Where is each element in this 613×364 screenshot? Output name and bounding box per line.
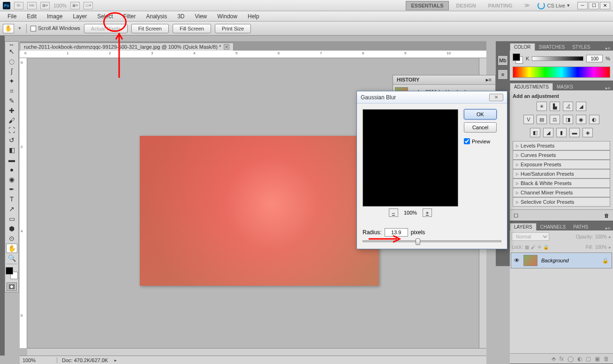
- minibridge-panel-icon[interactable]: Mb: [498, 55, 508, 66]
- menu-file[interactable]: File: [3, 12, 21, 21]
- document-tab[interactable]: ruche-2011-lookbook-rdsmmzqqc-99129-500-…: [20, 43, 234, 51]
- minibridge-button[interactable]: Mb: [27, 2, 37, 9]
- threshold-icon[interactable]: ▮: [556, 128, 567, 137]
- menu-analysis[interactable]: Analysis: [141, 12, 172, 21]
- link-icon[interactable]: ⬘: [552, 356, 556, 362]
- bridge-button[interactable]: Br: [14, 2, 23, 9]
- document-close-icon[interactable]: ×: [224, 44, 229, 50]
- healing-tool[interactable]: ✚: [6, 106, 17, 115]
- blend-mode-select[interactable]: Normal: [512, 232, 549, 241]
- fx-icon[interactable]: fx: [560, 356, 564, 362]
- eyedropper-tool[interactable]: ✎: [6, 96, 17, 105]
- lock-all-icon[interactable]: 🔒: [543, 245, 549, 250]
- menu-layer[interactable]: Layer: [68, 12, 91, 21]
- lasso-tool[interactable]: ʃ: [6, 67, 17, 76]
- scrollbar-horizontal[interactable]: [27, 348, 486, 356]
- panel-menu-icon[interactable]: ▸≡: [603, 46, 613, 51]
- workspace-design[interactable]: DESIGN: [452, 1, 481, 10]
- move-tool[interactable]: ↖: [6, 47, 17, 56]
- path-tool[interactable]: ↗: [6, 204, 17, 214]
- preview-checkbox[interactable]: Preview: [464, 138, 497, 144]
- menu-edit[interactable]: Edit: [22, 12, 41, 21]
- layer-name[interactable]: Background: [541, 258, 598, 263]
- preset-levels[interactable]: Levels Presets: [513, 141, 610, 150]
- exposure-icon[interactable]: ◢: [576, 102, 586, 111]
- hand-tool[interactable]: ✋: [6, 244, 17, 253]
- tab-adjustments[interactable]: ADJUSTMENTS: [510, 83, 553, 90]
- brush-tool[interactable]: 🖌: [6, 116, 17, 125]
- status-zoom[interactable]: 100%: [20, 357, 57, 363]
- menu-window[interactable]: Window: [212, 12, 242, 21]
- dialog-close-button[interactable]: ✕: [489, 94, 503, 101]
- close-button[interactable]: ✕: [600, 2, 610, 9]
- layer-thumbnail[interactable]: [523, 255, 537, 266]
- eraser-tool[interactable]: ◧: [6, 145, 17, 155]
- preset-bw[interactable]: Black & White Presets: [513, 178, 610, 188]
- ruler-vertical[interactable]: 0246: [20, 58, 27, 348]
- workspace-painting[interactable]: PAINTING: [484, 1, 517, 10]
- scroll-all-checkbox[interactable]: Scroll All Windows: [30, 25, 80, 31]
- maximize-button[interactable]: ☐: [589, 2, 599, 9]
- fill-value[interactable]: 100%: [595, 245, 607, 250]
- new-layer-icon[interactable]: ▣: [595, 356, 600, 362]
- stamp-tool[interactable]: ⛶: [6, 126, 17, 135]
- actual-pixels-button[interactable]: Actual Pixels: [84, 24, 128, 33]
- balance-icon[interactable]: ⚖: [550, 115, 560, 124]
- fit-screen-button[interactable]: Fit Screen: [131, 24, 169, 33]
- 3d-tool[interactable]: ⬢: [6, 224, 17, 233]
- color-swatch-pair[interactable]: [513, 53, 523, 64]
- tab-layers[interactable]: LAYERS: [510, 223, 537, 230]
- photo-filter-icon[interactable]: ◉: [576, 115, 586, 124]
- gradient-tool[interactable]: ▬: [6, 155, 17, 164]
- color-swatches[interactable]: [6, 267, 18, 279]
- lock-position-icon[interactable]: ✛: [537, 245, 541, 250]
- adjustment-layer-icon[interactable]: ◐: [577, 356, 582, 362]
- panel-menu-icon[interactable]: ▸≡: [603, 226, 613, 230]
- opacity-value[interactable]: 100%: [595, 234, 607, 239]
- channel-mixer-icon[interactable]: ◐: [589, 115, 599, 124]
- 3d-camera-tool[interactable]: ⊙: [6, 234, 17, 243]
- spectrum-ramp[interactable]: [513, 67, 610, 78]
- curves-icon[interactable]: ⦨: [563, 102, 573, 111]
- hand-tool-icon[interactable]: ✋: [3, 24, 14, 33]
- slider-thumb[interactable]: [416, 238, 420, 245]
- tab-masks[interactable]: MASKS: [553, 83, 577, 90]
- zoom-tool[interactable]: 🔍: [6, 253, 17, 263]
- zoom-in-button[interactable]: +: [423, 208, 432, 217]
- minimize-button[interactable]: ─: [577, 2, 588, 9]
- levels-icon[interactable]: ▙: [550, 102, 560, 111]
- quick-mask-toggle[interactable]: [7, 282, 17, 291]
- history-panel-icon[interactable]: ≡: [498, 69, 508, 80]
- zoom-display[interactable]: 100%: [53, 3, 67, 8]
- ruler-horizontal[interactable]: 012345678910: [20, 51, 486, 58]
- tab-color[interactable]: COLOR: [510, 43, 535, 51]
- bw-icon[interactable]: ◨: [563, 115, 573, 124]
- gradient-map-icon[interactable]: ▬: [569, 128, 580, 137]
- preview-box[interactable]: [363, 109, 458, 207]
- lock-pixels-icon[interactable]: 🖌: [531, 245, 536, 250]
- preset-selective[interactable]: Selective Color Presets: [513, 197, 610, 207]
- tab-swatches[interactable]: SWATCHES: [535, 44, 569, 51]
- quick-select-tool[interactable]: ✦: [6, 76, 17, 86]
- mask-icon[interactable]: ◯: [568, 356, 574, 362]
- radius-input[interactable]: [385, 228, 408, 237]
- brightness-icon[interactable]: ☀: [537, 102, 547, 111]
- k-input[interactable]: [586, 55, 603, 62]
- cslive-button[interactable]: CS Live ▾: [537, 2, 570, 9]
- menu-3d[interactable]: 3D: [173, 12, 189, 21]
- layer-row[interactable]: 👁 Background 🔒: [511, 253, 612, 268]
- preset-channel[interactable]: Channel Mixer Presets: [513, 188, 610, 197]
- screen-mode-button[interactable]: ▣▾: [70, 2, 80, 9]
- menu-help[interactable]: Help: [243, 12, 264, 21]
- type-tool[interactable]: T: [6, 194, 17, 204]
- preset-exposure[interactable]: Exposure Presets: [513, 160, 610, 169]
- menu-filter[interactable]: Filter: [119, 12, 141, 21]
- radius-slider[interactable]: [363, 240, 501, 242]
- print-size-button[interactable]: Print Size: [215, 24, 251, 33]
- blur-tool[interactable]: ●: [6, 165, 17, 174]
- marquee-tool[interactable]: ◌: [6, 57, 17, 66]
- preset-curves[interactable]: Curves Presets: [513, 150, 610, 160]
- hue-icon[interactable]: ▤: [537, 115, 547, 124]
- vibrance-icon[interactable]: V: [523, 115, 534, 124]
- shape-tool[interactable]: ▭: [6, 214, 17, 223]
